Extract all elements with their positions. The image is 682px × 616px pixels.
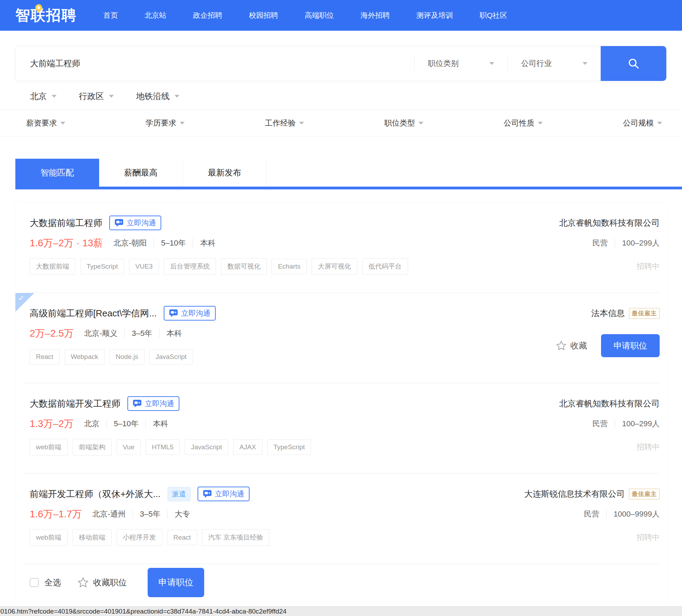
select-all-checkbox[interactable] — [30, 578, 39, 587]
chat-now-button[interactable]: 立即沟通 — [198, 487, 250, 501]
apply-jobs-button[interactable]: 申请职位 — [148, 568, 204, 597]
job-card-right: 大连斯锐信息技术有限公司 最佳雇主 民营 1000–9999人 招聘中 — [524, 486, 660, 546]
job-tags-row: web前端移动前端小程序开发React汽车 京东项目经验 — [30, 529, 524, 546]
nav-item[interactable]: 政企招聘 — [193, 10, 222, 20]
logo[interactable]: 智联招聘 — [15, 6, 77, 25]
tabbar-filler — [267, 159, 682, 187]
chat-now-button[interactable]: 立即沟通 — [127, 396, 179, 411]
company-name[interactable]: 北京睿帆知数科技有限公司 — [559, 217, 660, 228]
company-industry-label: 公司行业 — [521, 58, 552, 69]
chat-now-button[interactable]: 立即沟通 — [164, 306, 216, 321]
job-experience: 3–5年 — [132, 328, 152, 339]
job-card[interactable]: ✓ 高级前端工程师[React\学信网... 立即沟通 — [22, 293, 660, 383]
tab-latest[interactable]: 最新发布 — [183, 159, 267, 187]
nav-item[interactable]: 校园招聘 — [249, 10, 278, 20]
star-icon — [556, 340, 567, 351]
browser-status-bar: 0106.htm?refcode=4019&srccode=401901&pre… — [0, 606, 682, 616]
recruiting-status: 招聘中 — [637, 261, 660, 272]
company-info-row: 民营 100–299人 — [592, 236, 660, 250]
subway-dropdown[interactable]: 地铁沿线 — [136, 91, 179, 102]
job-card[interactable]: 前端开发工程师（双休+外派大... 派遣 立即沟通 1.6万–1.7万 — [22, 473, 660, 564]
list-footer: 全选 收藏职位 申请职位 — [22, 564, 660, 601]
company-industry-dropdown[interactable]: 公司行业 — [507, 56, 601, 71]
education-filter-label: 学历要求 — [146, 118, 176, 128]
job-location: 北京-通州 — [92, 509, 125, 519]
job-education: 大专 — [175, 509, 190, 519]
company-row: 法本信息 最佳雇主 — [591, 305, 660, 322]
job-card[interactable]: 大数据前端工程师 立即沟通 1.6万–2万 · 13薪 北京-朝阳 — [22, 203, 660, 293]
company-size-filter-dropdown[interactable]: 公司规模 — [623, 118, 662, 128]
caret-down-icon — [657, 122, 662, 125]
job-title[interactable]: 前端开发工程师（双休+外派大... — [30, 488, 161, 500]
apply-job-button[interactable]: 申请职位 — [601, 334, 660, 357]
job-title-row: 大数据前端工程师 立即沟通 — [30, 215, 559, 231]
company-type-filter-label: 公司性质 — [504, 118, 534, 128]
search-button[interactable] — [601, 46, 666, 81]
caret-down-icon — [538, 122, 543, 125]
company-name[interactable]: 大连斯锐信息技术有限公司 — [524, 488, 625, 499]
job-title[interactable]: 大数据前端工程师 — [30, 217, 102, 229]
zhaopin-job-search-page: 智联招聘 首页北京站政企招聘校园招聘高端职位海外招聘测评及培训职Q社区 职位类别… — [0, 0, 682, 616]
job-card[interactable]: 大数据前端开发工程师 立即沟通 1.3万–2万 北京 — [22, 383, 660, 473]
job-title[interactable]: 大数据前端开发工程师 — [30, 398, 120, 410]
chat-now-label: 立即沟通 — [127, 218, 156, 228]
experience-filter-dropdown[interactable]: 工作经验 — [265, 118, 304, 128]
search-input[interactable] — [16, 59, 414, 68]
caret-down-icon — [60, 122, 65, 125]
job-tag: 大屏可视化 — [312, 258, 357, 275]
chat-now-button[interactable]: 立即沟通 — [109, 216, 161, 230]
recruiting-status: 招聘中 — [637, 442, 660, 452]
job-meta-row: 2万–2.5万 北京-顺义 3–5年 本科 — [30, 326, 556, 340]
company-info-row: 民营 100–299人 — [592, 417, 660, 431]
nav-item[interactable]: 首页 — [103, 10, 118, 20]
top-nav: 智联招聘 首页北京站政企招聘校园招聘高端职位海外招聘测评及培训职Q社区 — [0, 0, 682, 31]
job-tag: Webpack — [65, 349, 105, 365]
job-card-left: 大数据前端开发工程师 立即沟通 1.3万–2万 北京 — [30, 395, 559, 455]
nav-item[interactable]: 北京站 — [144, 10, 166, 20]
job-card-right: 法本信息 最佳雇主 收藏 申请职位 — [556, 305, 660, 365]
district-dropdown[interactable]: 行政区 — [79, 91, 114, 102]
meta-divider — [167, 510, 168, 519]
nav-item[interactable]: 测评及培训 — [416, 10, 453, 20]
company-type: 民营 — [592, 238, 608, 248]
city-label: 北京 — [30, 91, 47, 102]
logo-text: 智联招聘 — [15, 6, 77, 25]
job-card-right: 北京睿帆知数科技有限公司 民营 100–299人 招聘中 — [559, 395, 660, 455]
job-tags-row: web前端前端架构VueHTML5JavaScriptAJAXTypeScrip… — [30, 439, 559, 455]
caret-down-icon — [299, 122, 304, 125]
select-all-label[interactable]: 全选 — [44, 577, 61, 588]
job-tag: web前端 — [30, 529, 68, 546]
job-title[interactable]: 高级前端工程师[React\学信网... — [30, 307, 157, 320]
favorite-jobs-button[interactable]: 收藏职位 — [77, 577, 127, 588]
tab-highest-salary[interactable]: 薪酬最高 — [99, 159, 183, 187]
favorite-toggle[interactable]: 收藏 — [556, 340, 587, 351]
meta-divider — [154, 239, 154, 248]
job-location: 北京-朝阳 — [113, 238, 147, 248]
job-tag: Node.js — [110, 349, 144, 365]
job-type-filter-dropdown[interactable]: 职位类型 — [384, 118, 423, 128]
job-salary: 1.3万–2万 — [30, 417, 74, 430]
nav-menu: 首页北京站政企招聘校园招聘高端职位海外招聘测评及培训职Q社区 — [103, 10, 507, 20]
job-education: 本科 — [153, 419, 168, 429]
caret-down-icon — [489, 62, 494, 65]
salary-filter-dropdown[interactable]: 薪资要求 — [26, 118, 65, 128]
city-dropdown[interactable]: 北京 — [30, 91, 57, 102]
company-type-filter-dropdown[interactable]: 公司性质 — [504, 118, 543, 128]
job-salary: 2万–2.5万 — [30, 327, 74, 340]
tab-smart-match[interactable]: 智能匹配 — [15, 159, 99, 187]
job-salary: 1.6万–2万 · 13薪 — [30, 236, 103, 250]
search-icon — [627, 57, 640, 70]
company-size-filter-label: 公司规模 — [623, 118, 654, 128]
company-name[interactable]: 法本信息 — [591, 308, 625, 319]
education-filter-dropdown[interactable]: 学历要求 — [146, 118, 185, 128]
nav-item[interactable]: 高端职位 — [305, 10, 334, 20]
job-status-row: 招聘中 — [637, 258, 660, 275]
job-category-dropdown[interactable]: 职位类别 — [414, 56, 507, 71]
job-meta-row: 1.6万–2万 · 13薪 北京-朝阳 5–10年 本科 — [30, 236, 559, 250]
nav-item[interactable]: 海外招聘 — [361, 10, 390, 20]
job-experience: 5–10年 — [161, 238, 186, 248]
nav-item[interactable]: 职Q社区 — [480, 10, 507, 20]
meta-divider — [159, 329, 160, 338]
company-name[interactable]: 北京睿帆知数科技有限公司 — [559, 398, 660, 409]
job-tag: 后台管理系统 — [164, 258, 216, 275]
